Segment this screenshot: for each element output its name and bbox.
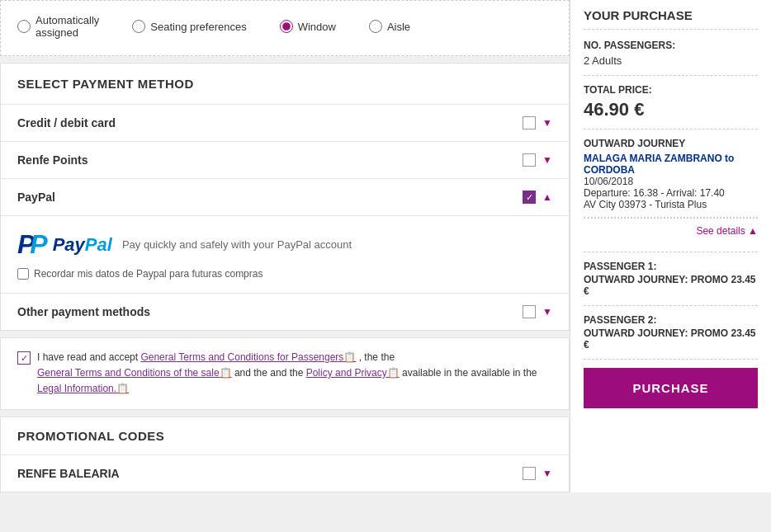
journey-section: OUTWARD JOURNEY MALAGA MARIA ZAMBRANO to… <box>584 138 758 252</box>
journey-train: AV City 03973 - Turista Plus <box>584 199 758 210</box>
seating-options: Automaticallyassigned Seating preference… <box>17 14 552 39</box>
terms-check-row: ✓ I have read and accept General Terms a… <box>17 350 552 398</box>
auto-assigned-label: Automaticallyassigned <box>35 14 99 39</box>
seating-preference-radio[interactable] <box>132 20 145 33</box>
paypal-logo-area: P P PayPal Pay quickly and safely with y… <box>17 229 552 260</box>
paypal-expanded-content: P P PayPal Pay quickly and safely with y… <box>1 215 569 293</box>
paypal-arrow: ▲ <box>542 191 552 203</box>
seating-preference-label: Seating preferences <box>150 21 246 33</box>
journey-separator <box>584 217 758 219</box>
promo-title: PROMOTIONAL CODES <box>1 417 569 454</box>
promo-section: PROMOTIONAL CODES RENFE BALEARIA ▼ <box>0 417 570 492</box>
terms-link3[interactable]: Policy and Privacy📋 <box>306 367 400 379</box>
paypal-remember-checkbox[interactable] <box>17 268 29 280</box>
main-content: Automaticallyassigned Seating preference… <box>0 0 570 492</box>
window-option[interactable]: Window <box>280 20 336 33</box>
credit-card-controls: ▼ <box>523 116 552 129</box>
terms-link4[interactable]: Legal Information.📋 <box>37 383 129 394</box>
paypal-controls: ✓ ▲ <box>523 191 552 204</box>
window-label: Window <box>298 21 336 33</box>
renfe-balearia-checkbox[interactable] <box>523 467 536 480</box>
sidebar: YOUR PURCHASE NO. PASSENGERS: 2 Adults T… <box>570 0 771 492</box>
renfe-points-arrow: ▼ <box>542 154 552 166</box>
paypal-checkbox[interactable]: ✓ <box>523 191 536 204</box>
credit-card-row[interactable]: Credit / debit card ▼ <box>1 104 569 141</box>
other-methods-label: Other payment methods <box>17 305 523 318</box>
purchase-button[interactable]: PURCHASE <box>584 368 758 408</box>
paypal-tagline: Pay quickly and safely with your PayPal … <box>122 238 352 251</box>
sidebar-title: YOUR PURCHASE <box>584 8 758 30</box>
terms-section: ✓ I have read and accept General Terms a… <box>0 337 570 410</box>
aisle-radio[interactable] <box>369 20 382 33</box>
window-radio[interactable] <box>280 20 293 33</box>
other-methods-arrow: ▼ <box>542 306 552 318</box>
credit-card-label: Credit / debit card <box>17 116 523 129</box>
credit-card-checkbox[interactable] <box>523 116 536 129</box>
payment-section-title: SELECT PAYMENT METHOD <box>1 64 569 104</box>
passenger2-journey: OUTWARD JOURNEY: Promo 23.45 € <box>584 327 758 351</box>
auto-assigned-radio[interactable] <box>17 20 31 33</box>
terms-prefix: I have read and accept <box>37 351 138 363</box>
passengers-value: 2 Adults <box>584 54 758 67</box>
paypal-row[interactable]: PayPal ✓ ▲ <box>1 178 569 215</box>
passenger1-journey: OUTWARD JOURNEY: Promo 23.45 € <box>584 274 758 297</box>
passenger2-section: PASSENGER 2: OUTWARD JOURNEY: Promo 23.4… <box>584 314 758 360</box>
terms-text: I have read and accept General Terms and… <box>37 350 552 398</box>
paypal-p2-icon: P <box>30 229 47 260</box>
other-methods-row[interactable]: Other payment methods ▼ <box>1 293 569 330</box>
paypal-logo: P P PayPal <box>17 229 112 260</box>
seating-preference-option[interactable]: Seating preferences <box>132 20 246 33</box>
passenger1-label: PASSENGER 1: <box>584 261 758 272</box>
auto-assigned-option[interactable]: Automaticallyassigned <box>17 14 99 39</box>
renfe-points-checkbox[interactable] <box>523 153 536 167</box>
payment-section: SELECT PAYMENT METHOD Credit / debit car… <box>0 63 570 331</box>
passenger1-section: PASSENGER 1: OUTWARD JOURNEY: Promo 23.4… <box>584 261 758 306</box>
credit-card-arrow: ▼ <box>542 117 552 129</box>
aisle-label: Aisle <box>387 21 410 33</box>
other-methods-controls: ▼ <box>523 305 552 318</box>
journey-route: MALAGA MARIA ZAMBRANO to CORDOBA <box>584 153 758 176</box>
terms-checkbox[interactable]: ✓ <box>17 351 31 365</box>
renfe-balearia-row[interactable]: RENFE BALEARIA ▼ <box>1 454 569 492</box>
renfe-points-row[interactable]: Renfe Points ▼ <box>1 141 569 178</box>
paypal-remember-label: Recordar mis datos de Paypal para futura… <box>34 268 263 280</box>
aisle-option[interactable]: Aisle <box>369 20 410 33</box>
renfe-balearia-label: RENFE BALEARIA <box>17 467 523 480</box>
renfe-balearia-arrow: ▼ <box>542 468 552 479</box>
terms-link2[interactable]: General Terms and Conditions of the sale… <box>37 367 232 379</box>
journey-date: 10/06/2018 <box>584 176 758 187</box>
price-value: 46.90 € <box>584 99 758 120</box>
other-methods-checkbox[interactable] <box>523 305 536 318</box>
passengers-section: NO. PASSENGERS: 2 Adults <box>584 40 758 76</box>
renfe-points-label: Renfe Points <box>17 153 523 167</box>
journey-departure: Departure: 16.38 - Arrival: 17.40 <box>584 187 758 199</box>
outward-label: OUTWARD JOURNEY <box>584 138 758 149</box>
passengers-label: NO. PASSENGERS: <box>584 40 758 51</box>
see-details-link[interactable]: See details ▲ <box>584 225 758 237</box>
renfe-points-controls: ▼ <box>523 153 552 167</box>
price-section: TOTAL PRICE: 46.90 € <box>584 84 758 129</box>
renfe-balearia-controls: ▼ <box>523 467 552 480</box>
price-label: TOTAL PRICE: <box>584 84 758 96</box>
paypal-remember-row: Recordar mis datos de Paypal para futura… <box>17 268 552 280</box>
terms-link1[interactable]: General Terms and Conditions for Passeng… <box>140 351 356 363</box>
passenger2-label: PASSENGER 2: <box>584 314 758 326</box>
paypal-label: PayPal <box>17 191 523 204</box>
paypal-text-icon: PayPal <box>53 234 112 256</box>
seating-section: Automaticallyassigned Seating preference… <box>0 0 570 56</box>
